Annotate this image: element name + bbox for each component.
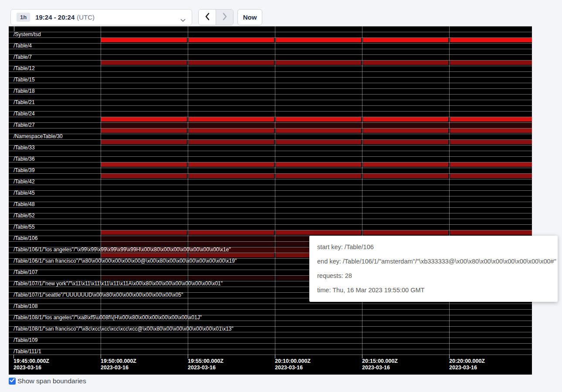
heatmap-band-segment[interactable]	[363, 61, 448, 65]
heatmap-band-segment[interactable]	[363, 140, 448, 144]
tooltip-line: start key: /Table/106	[317, 240, 550, 254]
heatmap-band-segment[interactable]	[450, 162, 532, 167]
heatmap-band-segment[interactable]	[101, 38, 187, 42]
heatmap-row-label: /Table/108/1/"los angeles"/"\xa8\xf5\u00…	[14, 315, 202, 321]
heatmap-band-segment[interactable]	[189, 276, 274, 280]
heatmap-band-segment[interactable]	[450, 117, 532, 122]
gridline-h	[9, 122, 532, 123]
heatmap-band-segment[interactable]	[276, 174, 361, 178]
gridline-h	[9, 196, 532, 196]
gridline-h	[9, 355, 532, 355]
heatmap-band-segment[interactable]	[189, 128, 274, 133]
heatmap-band-segment[interactable]	[363, 230, 448, 235]
heatmap-band-segment[interactable]	[189, 230, 274, 235]
heatmap-band-segment[interactable]	[363, 174, 448, 178]
heatmap-row-label: /Table/108/1/"san francisco"/"\x8c\xcc\x…	[14, 326, 234, 332]
heatmap-band-segment[interactable]	[276, 38, 361, 42]
gridline-h	[9, 54, 532, 55]
heatmap-band-segment[interactable]	[101, 140, 187, 144]
heatmap-band-segment[interactable]	[101, 117, 187, 122]
heatmap-band-segment[interactable]	[101, 128, 187, 133]
heatmap[interactable]: /System/tsd/Table/4/Table/7/Table/12/Tab…	[9, 26, 532, 375]
heatmap-band-segment[interactable]	[450, 174, 532, 178]
heatmap-band-segment[interactable]	[363, 38, 448, 42]
gridline-h	[9, 139, 532, 140]
chevron-down-icon	[180, 16, 186, 24]
gridline-h	[9, 168, 532, 168]
gridline-h	[9, 100, 532, 100]
key-visualizer-page: 1h 19:24 - 20:24 (UTC) Now /System/tsd/T…	[0, 0, 562, 392]
heatmap-band-segment[interactable]	[363, 117, 448, 122]
heatmap-band-segment[interactable]	[276, 117, 361, 122]
heatmap-band-segment[interactable]	[189, 242, 274, 246]
gridline-h	[9, 309, 532, 310]
heatmap-band-segment[interactable]	[189, 61, 274, 65]
heatmap-row-label: /Table/24	[14, 111, 35, 117]
prev-button[interactable]	[199, 10, 216, 25]
heatmap-row-label: /NamespaceTable/30	[14, 134, 63, 139]
gridline-h	[9, 77, 532, 78]
gridline-h	[9, 43, 532, 44]
heatmap-band-segment[interactable]	[450, 128, 532, 133]
heatmap-band-segment[interactable]	[276, 140, 361, 144]
gridline-h	[9, 219, 532, 219]
chevron-left-icon	[205, 13, 210, 22]
heatmap-row-label: /Table/48	[14, 202, 35, 207]
x-axis-date: 2023-03-16	[14, 365, 41, 371]
gridline-h	[9, 207, 532, 208]
heatmap-row-label: /Table/21	[14, 100, 35, 105]
gridline-h	[9, 224, 532, 225]
heatmap-band-segment[interactable]	[450, 38, 532, 42]
heatmap-band-segment[interactable]	[450, 61, 532, 65]
heatmap-row-label: /Table/39	[14, 168, 35, 173]
gridline-h	[9, 71, 532, 72]
heatmap-band-segment[interactable]	[189, 174, 274, 178]
heatmap-band-segment[interactable]	[101, 242, 187, 246]
x-axis-time: 20:20:00.000Z	[449, 358, 485, 364]
heatmap-band-segment[interactable]	[101, 162, 187, 167]
heatmap-row-label: /Table/15	[14, 77, 35, 83]
x-axis-time: 19:55:00.000Z	[188, 358, 223, 364]
x-axis-date: 2023-03-16	[101, 365, 129, 371]
heatmap-band-segment[interactable]	[189, 253, 274, 257]
heatmap-band-segment[interactable]	[101, 61, 187, 65]
heatmap-row-label: /Table/108	[14, 304, 37, 309]
heatmap-band-segment[interactable]	[450, 230, 532, 235]
heatmap-band-segment[interactable]	[276, 128, 361, 133]
x-axis-date: 2023-03-16	[188, 365, 216, 371]
span-boundaries-checkbox[interactable]	[9, 378, 16, 385]
heatmap-band-segment[interactable]	[101, 276, 187, 280]
heatmap-band-segment[interactable]	[189, 38, 274, 42]
heatmap-band-segment[interactable]	[450, 140, 532, 144]
heatmap-band-segment[interactable]	[101, 253, 187, 257]
heatmap-band-segment[interactable]	[189, 117, 274, 122]
gridline-h	[9, 134, 532, 134]
span-boundaries-label: Show span boundaries	[17, 377, 86, 385]
heatmap-row-label: /Table/106	[14, 236, 37, 241]
heatmap-row-label: /Table/45	[14, 190, 35, 196]
heatmap-band-segment[interactable]	[189, 162, 274, 167]
gridline-h	[9, 111, 532, 112]
time-range-select[interactable]: 1h 19:24 - 20:24 (UTC)	[10, 9, 192, 25]
heatmap-band-segment[interactable]	[276, 162, 361, 167]
heatmap-band-segment[interactable]	[363, 162, 448, 167]
heatmap-band-segment[interactable]	[101, 230, 187, 235]
next-button[interactable]	[216, 10, 233, 25]
heatmap-band-segment[interactable]	[363, 128, 448, 133]
heatmap-band-segment[interactable]	[101, 174, 187, 178]
heatmap-row-label: /Table/52	[14, 213, 35, 219]
heatmap-row-label: /System/tsd	[14, 32, 41, 37]
x-axis-date: 2023-03-16	[449, 365, 477, 371]
gridline-h	[9, 156, 532, 157]
heatmap-band-segment[interactable]	[276, 61, 361, 65]
tooltip: start key: /Table/106end key: /Table/106…	[309, 236, 558, 302]
time-range-badge: 1h	[17, 13, 30, 22]
gridline-h	[9, 94, 532, 95]
chevron-right-icon	[222, 13, 227, 22]
tooltip-line: time: Thu, 16 Mar 2023 19:55:00 GMT	[317, 283, 550, 297]
now-button[interactable]: Now	[237, 9, 262, 25]
gridline-h	[9, 304, 532, 304]
heatmap-row-label: /Table/18	[14, 88, 35, 94]
heatmap-band-segment[interactable]	[189, 140, 274, 144]
heatmap-band-segment[interactable]	[276, 230, 361, 235]
